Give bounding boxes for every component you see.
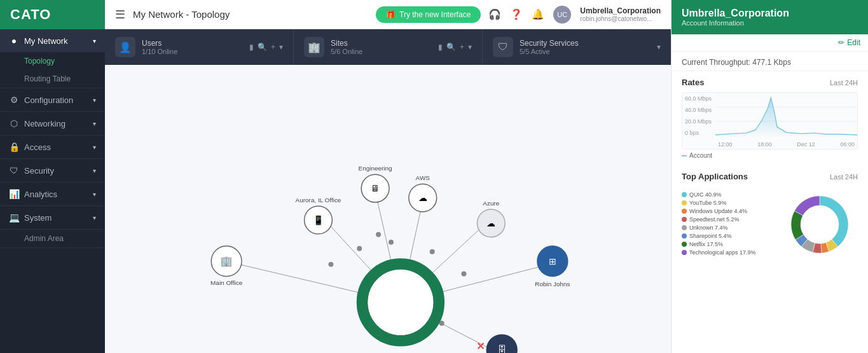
chevron-down-icon[interactable]: ▾ [468, 43, 472, 52]
svg-text:Engineering: Engineering [359, 165, 392, 172]
gift-icon: 🎁 [386, 10, 396, 19]
sidebar-item-topology[interactable]: Topology [0, 52, 105, 70]
node-aws[interactable]: ☁ AWS [409, 174, 437, 212]
edit-button[interactable]: ✏ Edit [838, 38, 860, 47]
sidebar-section-analytics: 📊 Analytics ▾ [0, 183, 105, 206]
svg-text:Robin Johns: Robin Johns [535, 280, 570, 287]
sidebar-item-networking[interactable]: ⬡ Networking ▾ [0, 112, 105, 135]
networking-icon: ⬡ [9, 118, 19, 128]
svg-text:✕: ✕ [476, 341, 485, 352]
rates-title: Rates [682, 78, 704, 87]
search-icon[interactable]: 🔍 [258, 43, 267, 52]
sites-value: 5/6 Online [331, 48, 432, 55]
user-email: robin.johns@catonetwo... [580, 15, 661, 22]
sidebar-item-configuration[interactable]: ⚙ Configuration ▾ [0, 88, 105, 111]
throughput: Current Throughput: 477.1 Kbps [672, 52, 868, 71]
headset-icon[interactable]: 🎧 [488, 8, 501, 20]
app-label: Sharepoint 5.4% [689, 233, 732, 239]
node-aurora[interactable]: 📱 Aurora, IL Office [296, 197, 341, 234]
security-label: Security [24, 166, 54, 176]
app-label-row: QUIC 40.9% [682, 191, 775, 198]
chevron-config: ▾ [93, 97, 96, 104]
security-value: 5/5 Active [520, 48, 651, 55]
app-label: Unknown 7.4% [689, 225, 728, 231]
chevron-net: ▾ [93, 120, 96, 127]
node-engineering[interactable]: 🖥 Engineering [359, 165, 392, 202]
edit-label: Edit [847, 38, 860, 47]
user-name: Umbrella_Corporation [580, 6, 661, 15]
sidebar-item-access[interactable]: 🔒 Access ▾ [0, 135, 105, 158]
sidebar-item-label: My Network [24, 36, 68, 46]
donut-container: QUIC 40.9%YouTube 5.9%Windows Update 4.4… [682, 186, 858, 263]
search-icon[interactable]: 🔍 [446, 43, 456, 52]
sidebar-item-analytics[interactable]: 📊 Analytics ▾ [0, 183, 105, 205]
stat-users[interactable]: 👤 Users 1/10 Online ▮ 🔍 + ▾ [105, 29, 294, 65]
node-azure[interactable]: ☁ Azure [477, 200, 505, 237]
avatar[interactable]: UC [553, 6, 571, 24]
svg-text:⊞: ⊞ [549, 256, 556, 266]
app-label-row: Sharepoint 5.4% [682, 233, 775, 239]
chevron-down-icon[interactable]: ▾ [279, 43, 283, 52]
access-label: Access [24, 142, 51, 152]
topology-svg: ✕ 🏢 Main Office 📱 Aurora, IL Office [105, 65, 671, 353]
chevron-sec: ▾ [93, 167, 96, 174]
chevron-icon: ▾ [93, 38, 96, 45]
chevron-down-icon[interactable]: ▾ [657, 43, 661, 52]
admin-label: Admin Area [24, 234, 64, 243]
help-icon[interactable]: ❓ [510, 8, 523, 20]
svg-text:☁: ☁ [486, 218, 495, 228]
app-color-dot [682, 217, 687, 222]
bell-icon[interactable]: 🔔 [532, 8, 544, 20]
sidebar-section-admin: Admin Area [0, 230, 105, 248]
svg-text:☁: ☁ [418, 193, 427, 203]
node-dallas[interactable]: 🗄 Dallas, TX Datacenter [486, 335, 518, 353]
bar-icon: ▮ [249, 43, 254, 52]
main-content: ☰ My Network - Topology 🎁 Try the new In… [105, 0, 671, 353]
sidebar: CATO ● My Network ▾ Topology Routing Tab… [0, 0, 105, 353]
panel-header: Umbrella_Corporation Account Information [672, 0, 868, 34]
rates-section: Rates Last 24H 60.0 Mbps 40.0 Mbps 20.0 … [672, 71, 868, 165]
pencil-icon: ✏ [838, 38, 844, 47]
access-icon: 🔒 [9, 142, 19, 152]
chevron-system: ▾ [93, 214, 96, 221]
security-actions: ▾ [657, 43, 661, 52]
svg-text:Azure: Azure [483, 200, 499, 207]
node-robin-johns[interactable]: ⊞ Robin Johns [535, 246, 570, 288]
add-icon[interactable]: + [271, 43, 275, 52]
hub-node[interactable] [357, 260, 443, 345]
page-title: My Network - Topology [133, 9, 368, 20]
add-icon[interactable]: + [460, 43, 464, 52]
sidebar-item-my-network[interactable]: ● My Network ▾ [0, 29, 105, 52]
menu-icon[interactable]: ☰ [115, 8, 125, 22]
app-label: Technological apps 17.9% [689, 249, 756, 256]
node-main-office[interactable]: 🏢 Main Office [210, 246, 243, 287]
sidebar-item-routing-table[interactable]: Routing Table [0, 70, 105, 88]
stat-sites[interactable]: 🏢 Sites 5/6 Online ▮ 🔍 + ▾ [294, 29, 483, 65]
sidebar-section-networking: ⬡ Networking ▾ [0, 112, 105, 135]
y-label-0: 60.0 Mbps [685, 95, 713, 102]
panel-edit-row: ✏ Edit [672, 34, 868, 52]
chart-y-labels: 60.0 Mbps 40.0 Mbps 20.0 Mbps 0 bps [682, 93, 715, 136]
new-interface-button[interactable]: 🎁 Try the new Interface [376, 6, 481, 23]
routing-label: Routing Table [24, 74, 71, 83]
x-label-0: 12:00 [718, 141, 733, 148]
sites-label: Sites [331, 39, 432, 48]
config-label: Configuration [24, 95, 73, 105]
legend-dot [682, 155, 687, 156]
donut-labels: QUIC 40.9%YouTube 5.9%Windows Update 4.4… [682, 191, 775, 258]
sidebar-item-system[interactable]: 💻 System ▾ [0, 206, 105, 229]
svg-text:Aurora, IL Office: Aurora, IL Office [296, 197, 341, 204]
stat-security[interactable]: 🛡 Security Services 5/5 Active ▾ [483, 29, 671, 65]
app-label-row: Unknown 7.4% [682, 225, 775, 231]
users-actions: ▮ 🔍 + ▾ [249, 43, 283, 52]
sidebar-item-security[interactable]: 🛡 Security ▾ [0, 159, 105, 182]
sidebar-item-admin[interactable]: Admin Area [0, 230, 105, 247]
svg-point-8 [357, 246, 362, 251]
rates-period: Last 24H [830, 79, 858, 87]
system-icon: 💻 [9, 212, 19, 223]
app-label: QUIC 40.9% [689, 191, 722, 198]
svg-text:📱: 📱 [313, 215, 324, 226]
topology-area[interactable]: ✕ 🏢 Main Office 📱 Aurora, IL Office [105, 65, 671, 353]
x-label-3: 06:00 [840, 141, 855, 148]
corp-name: Umbrella_Corporation [682, 8, 858, 19]
